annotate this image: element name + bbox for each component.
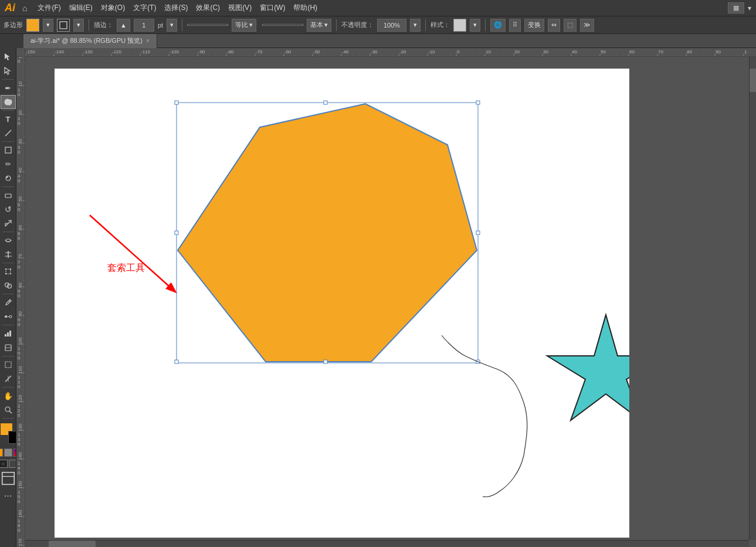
stroke-color-swatch[interactable] <box>57 19 70 32</box>
tab-close-btn[interactable]: × <box>146 38 150 44</box>
grid-btn[interactable]: ⠿ <box>509 19 521 32</box>
tool-sep-9 <box>2 356 14 356</box>
fill-color-swatch[interactable] <box>26 19 39 32</box>
expand-icon[interactable]: ▾ <box>748 4 751 12</box>
pen-tool[interactable]: ✒ <box>1 81 15 94</box>
sep1 <box>89 19 89 31</box>
blend-tool[interactable] <box>1 310 15 323</box>
gradient-icon[interactable] <box>4 449 12 457</box>
shape-builder-tool[interactable] <box>1 279 15 292</box>
stroke-mode-btn[interactable] <box>9 460 17 468</box>
tool-sep-7 <box>2 294 14 294</box>
sep5 <box>485 19 486 31</box>
shape-tool[interactable] <box>1 144 15 157</box>
more-tools-btn[interactable]: ··· <box>4 491 12 501</box>
more-btn[interactable]: ≫ <box>580 19 594 32</box>
chart-tool[interactable] <box>1 327 15 340</box>
background-color[interactable] <box>8 431 16 444</box>
stroke-up[interactable]: ▲ <box>117 19 130 32</box>
opacity-label: 不透明度： <box>341 21 374 29</box>
scroll-thumb-v[interactable] <box>750 69 756 92</box>
align-btn[interactable]: ⇔ <box>548 19 560 32</box>
warp-tool[interactable] <box>1 234 15 247</box>
eyedropper-tool[interactable] <box>1 296 15 309</box>
width-tool[interactable] <box>1 248 15 261</box>
menu-view[interactable]: 视图(V) <box>225 2 255 14</box>
line-tool[interactable] <box>1 127 15 140</box>
canvas-svg <box>55 69 629 538</box>
svg-rect-7 <box>5 194 11 198</box>
svg-line-3 <box>5 130 11 136</box>
fill-dropdown[interactable]: ▾ <box>43 19 53 32</box>
context-toolbar: 多边形 ▾ ▾ 描边： ▲ pt ▾ 等比▾ 基本▾ 不透明度： ▾ 样式： ▾… <box>0 16 756 34</box>
type-tool[interactable]: T <box>1 113 15 125</box>
slice-tool[interactable] <box>1 372 15 385</box>
svg-rect-24 <box>7 332 9 337</box>
scale-tool[interactable] <box>1 217 15 230</box>
zoom-tool[interactable] <box>1 403 15 416</box>
global-btn[interactable]: 🌐 <box>490 19 506 32</box>
stroke-unit-dropdown[interactable]: ▾ <box>167 19 177 32</box>
stroke-label: 描边： <box>94 21 113 29</box>
menu-window[interactable]: 窗口(W) <box>256 2 289 14</box>
ruler-top <box>16 48 756 57</box>
color-icon[interactable] <box>0 449 3 457</box>
transform-label[interactable]: 变换 <box>524 19 544 32</box>
star-shape <box>547 315 629 420</box>
home-icon[interactable]: ⌂ <box>22 4 27 13</box>
tool-sep-5 <box>2 232 14 232</box>
hexagon-shape <box>178 104 477 362</box>
symbol-tool[interactable] <box>1 341 15 354</box>
library-btn[interactable] <box>1 471 15 487</box>
line-type-dropdown[interactable]: 基本▾ <box>307 19 331 32</box>
artboard-tool[interactable] <box>1 358 15 371</box>
svg-rect-13 <box>5 269 6 270</box>
pencil-tool[interactable]: ✏ <box>1 158 15 171</box>
opacity-dropdown[interactable]: ▾ <box>410 19 421 32</box>
tool-sep-1 <box>2 79 14 80</box>
lasso-tool[interactable] <box>1 96 15 108</box>
menu-type[interactable]: 文字(T) <box>130 2 160 14</box>
style-swatch[interactable] <box>453 19 466 32</box>
menu-select[interactable]: 选择(S) <box>161 2 191 14</box>
tool-sep-3 <box>2 141 14 142</box>
direct-select-tool[interactable] <box>1 64 15 77</box>
select-tool[interactable] <box>1 50 15 63</box>
line-preview <box>187 24 228 26</box>
rotate-tool[interactable]: ↺ <box>1 203 15 216</box>
workspace-switcher[interactable]: ▦ <box>728 2 744 13</box>
fill-none-btn[interactable]: ○ <box>0 460 8 468</box>
menu-effect[interactable]: 效果(C) <box>192 2 223 14</box>
color-mode-btns: ○ <box>0 460 16 468</box>
svg-point-31 <box>5 407 10 412</box>
handle-bm <box>324 360 327 363</box>
free-transform-tool[interactable] <box>1 265 15 278</box>
svg-rect-4 <box>5 147 11 153</box>
scrollbar-horizontal[interactable] <box>25 540 749 547</box>
scroll-thumb-h[interactable] <box>49 541 96 547</box>
svg-marker-0 <box>5 53 10 60</box>
stroke-width-input[interactable] <box>134 19 154 32</box>
stroke-dropdown[interactable]: ▾ <box>73 19 84 32</box>
svg-rect-14 <box>10 269 11 270</box>
svg-rect-33 <box>2 473 14 485</box>
document-tab[interactable]: ai-学习.ai* @ 88.85% (RGB/GPU 预览) × <box>23 34 157 48</box>
eraser-tool[interactable] <box>1 189 15 202</box>
hand-tool[interactable]: ✋ <box>1 389 15 402</box>
line-style-dropdown[interactable]: 等比▾ <box>232 19 256 32</box>
menu-help[interactable]: 帮助(H) <box>290 2 321 14</box>
scrollbar-vertical[interactable] <box>749 57 756 540</box>
sep4 <box>425 19 426 31</box>
tool-sep-10 <box>2 387 14 388</box>
opacity-input[interactable] <box>377 19 406 32</box>
menu-file[interactable]: 文件(F) <box>34 2 64 14</box>
canvas-area[interactable]: 套索工具 <box>16 48 756 547</box>
main-area: ✒ T ✏ ↺ <box>0 48 756 547</box>
style-dropdown[interactable]: ▾ <box>470 19 480 32</box>
menu-edit[interactable]: 编辑(E) <box>66 2 96 14</box>
menu-object[interactable]: 对象(O) <box>97 2 128 14</box>
ruler-corner <box>0 34 23 48</box>
pathfinder-btn[interactable]: ⬚ <box>564 19 577 32</box>
artboard-container[interactable]: 套索工具 <box>25 57 756 547</box>
blob-tool[interactable] <box>1 172 15 185</box>
